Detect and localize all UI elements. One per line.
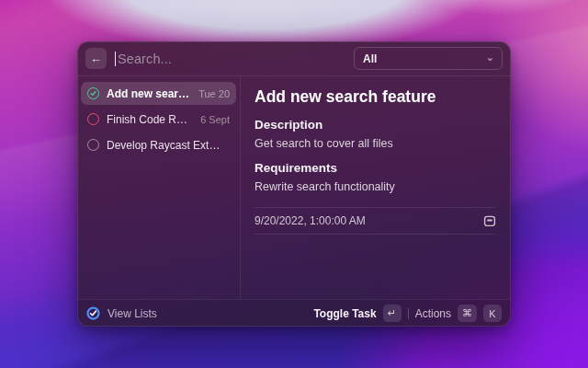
due-date-field[interactable]: 9/20/2022, 1:00:00 AM [254, 207, 496, 235]
footer-actions: Toggle Task ↵ Actions ⌘ K [313, 305, 502, 322]
search-placeholder-text: Search... [118, 52, 172, 66]
task-due-date: Tue 20 [198, 88, 230, 99]
action-bar: View Lists Toggle Task ↵ Actions ⌘ K [77, 299, 511, 327]
detail-section-description: Description Get search to cover all file… [254, 118, 496, 150]
actions-menu-button[interactable]: Actions [415, 307, 451, 320]
filter-dropdown-value: All [363, 52, 377, 65]
section-body: Get search to cover all files [254, 137, 496, 150]
footer-separator [408, 308, 409, 319]
list-item-finish-code-reviews[interactable]: Finish Code Reviews 6 Sept [81, 108, 236, 131]
filter-dropdown[interactable]: All ⌄ [354, 47, 503, 70]
task-open-icon[interactable] [87, 139, 99, 151]
chevron-down-icon: ⌄ [486, 52, 494, 63]
task-detail-panel: Add new search feature Description Get s… [241, 76, 511, 299]
back-arrow-icon: ← [90, 52, 102, 65]
todo-list-app-icon [86, 306, 100, 320]
content-area: Add new search feature Tue 20 Finish Cod… [77, 76, 511, 299]
task-due-date: 6 Sept [200, 114, 230, 125]
return-key-badge[interactable]: ↵ [383, 305, 401, 322]
list-item-add-new-search-feature[interactable]: Add new search feature Tue 20 [81, 82, 236, 105]
section-body: Rewrite search functionality [254, 180, 496, 193]
list-item-develop-raycast-extension[interactable]: Develop Raycast Extension [81, 133, 236, 156]
k-key-badge[interactable]: K [483, 305, 502, 322]
section-heading: Requirements [254, 161, 496, 175]
text-caret [115, 52, 116, 66]
command-key-badge[interactable]: ⌘ [458, 305, 477, 322]
task-title: Add new search feature [107, 87, 191, 100]
task-completed-icon[interactable] [87, 87, 99, 99]
task-open-overdue-icon[interactable] [87, 113, 99, 125]
detail-section-requirements: Requirements Rewrite search functionalit… [254, 161, 496, 193]
due-date-value: 9/20/2022, 1:00:00 AM [254, 214, 366, 227]
task-title: Finish Code Reviews [107, 113, 193, 126]
checkmark-icon [89, 89, 97, 98]
section-heading: Description [254, 118, 496, 132]
footer-app-label: View Lists [107, 307, 306, 320]
search-header: ← Search... All ⌄ [77, 41, 511, 76]
back-button[interactable]: ← [85, 48, 107, 69]
task-detail-title: Add new search feature [254, 87, 496, 107]
toggle-task-action[interactable]: Toggle Task [313, 307, 376, 320]
task-title: Develop Raycast Extension [107, 139, 222, 152]
search-input[interactable]: Search... [115, 52, 345, 66]
raycast-launcher-window: ← Search... All ⌄ Add new search feature… [77, 41, 511, 327]
task-list: Add new search feature Tue 20 Finish Cod… [77, 76, 241, 299]
calendar-icon [483, 214, 496, 227]
